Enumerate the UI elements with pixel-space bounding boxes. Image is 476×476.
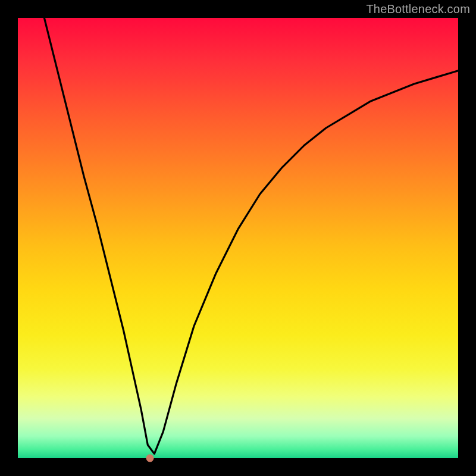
chart-background-gradient [18, 18, 458, 458]
watermark-text: TheBottleneck.com [366, 2, 470, 16]
chart-plot-area [18, 18, 458, 458]
chart-marker-dot [146, 455, 154, 462]
